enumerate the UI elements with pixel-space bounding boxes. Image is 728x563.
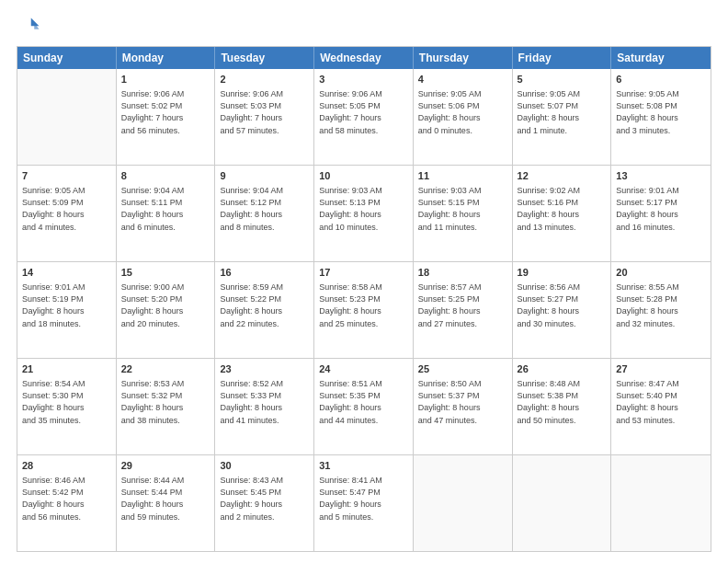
calendar: SundayMondayTuesdayWednesdayThursdayFrid… — [17, 46, 711, 552]
day-number: 5 — [518, 73, 607, 86]
header-day-tuesday: Tuesday — [215, 47, 314, 69]
day-cell-16: 16Sunrise: 8:59 AM Sunset: 5:22 PM Dayli… — [215, 262, 314, 358]
day-number: 1 — [121, 73, 210, 86]
empty-cell — [611, 455, 711, 551]
day-number: 15 — [121, 266, 210, 280]
day-number: 23 — [220, 362, 309, 376]
day-info: Sunrise: 8:50 AM Sunset: 5:37 PM Dayligh… — [418, 378, 507, 426]
day-info: Sunrise: 8:51 AM Sunset: 5:35 PM Dayligh… — [319, 378, 408, 426]
day-number: 18 — [418, 266, 507, 280]
calendar-week-2: 7Sunrise: 9:05 AM Sunset: 5:09 PM Daylig… — [17, 166, 711, 262]
day-number: 26 — [518, 362, 607, 376]
day-cell-17: 17Sunrise: 8:58 AM Sunset: 5:23 PM Dayli… — [314, 262, 414, 358]
day-number: 13 — [616, 169, 706, 183]
day-info: Sunrise: 8:52 AM Sunset: 5:33 PM Dayligh… — [220, 378, 309, 426]
day-info: Sunrise: 9:00 AM Sunset: 5:20 PM Dayligh… — [121, 282, 210, 329]
day-number: 22 — [121, 362, 210, 376]
day-cell-25: 25Sunrise: 8:50 AM Sunset: 5:37 PM Dayli… — [414, 359, 513, 454]
day-info: Sunrise: 9:06 AM Sunset: 5:05 PM Dayligh… — [319, 88, 408, 136]
day-cell-22: 22Sunrise: 8:53 AM Sunset: 5:32 PM Dayli… — [117, 359, 216, 454]
day-info: Sunrise: 9:05 AM Sunset: 5:07 PM Dayligh… — [518, 88, 607, 136]
day-number: 11 — [418, 169, 507, 183]
empty-cell — [17, 69, 117, 165]
day-info: Sunrise: 9:04 AM Sunset: 5:12 PM Dayligh… — [220, 185, 309, 233]
day-cell-2: 2Sunrise: 9:06 AM Sunset: 5:03 PM Daylig… — [215, 69, 314, 165]
header — [17, 15, 711, 40]
calendar-week-4: 21Sunrise: 8:54 AM Sunset: 5:30 PM Dayli… — [17, 359, 711, 455]
page: SundayMondayTuesdayWednesdayThursdayFrid… — [0, 0, 728, 563]
day-number: 20 — [616, 266, 706, 280]
day-cell-9: 9Sunrise: 9:04 AM Sunset: 5:12 PM Daylig… — [215, 166, 314, 261]
day-cell-5: 5Sunrise: 9:05 AM Sunset: 5:07 PM Daylig… — [513, 69, 612, 165]
day-info: Sunrise: 8:43 AM Sunset: 5:45 PM Dayligh… — [220, 475, 309, 523]
day-number: 10 — [319, 169, 408, 183]
day-info: Sunrise: 8:46 AM Sunset: 5:42 PM Dayligh… — [22, 475, 111, 523]
calendar-week-5: 28Sunrise: 8:46 AM Sunset: 5:42 PM Dayli… — [17, 455, 711, 551]
logo-icon — [17, 15, 42, 40]
day-cell-7: 7Sunrise: 9:05 AM Sunset: 5:09 PM Daylig… — [17, 166, 117, 261]
day-cell-15: 15Sunrise: 9:00 AM Sunset: 5:20 PM Dayli… — [117, 262, 216, 358]
day-info: Sunrise: 9:05 AM Sunset: 5:08 PM Dayligh… — [616, 88, 706, 136]
calendar-body: 1Sunrise: 9:06 AM Sunset: 5:02 PM Daylig… — [17, 69, 711, 551]
day-number: 17 — [319, 266, 408, 280]
day-info: Sunrise: 9:03 AM Sunset: 5:13 PM Dayligh… — [319, 185, 408, 233]
day-number: 4 — [418, 73, 507, 86]
day-number: 24 — [319, 362, 408, 376]
day-info: Sunrise: 9:06 AM Sunset: 5:02 PM Dayligh… — [121, 88, 210, 136]
day-cell-10: 10Sunrise: 9:03 AM Sunset: 5:13 PM Dayli… — [314, 166, 414, 261]
day-info: Sunrise: 8:55 AM Sunset: 5:28 PM Dayligh… — [616, 282, 706, 329]
day-cell-11: 11Sunrise: 9:03 AM Sunset: 5:15 PM Dayli… — [414, 166, 513, 261]
day-info: Sunrise: 8:44 AM Sunset: 5:44 PM Dayligh… — [121, 475, 210, 523]
day-cell-8: 8Sunrise: 9:04 AM Sunset: 5:11 PM Daylig… — [117, 166, 216, 261]
day-cell-29: 29Sunrise: 8:44 AM Sunset: 5:44 PM Dayli… — [117, 455, 216, 551]
day-number: 28 — [22, 459, 111, 473]
day-number: 31 — [319, 459, 408, 473]
day-cell-24: 24Sunrise: 8:51 AM Sunset: 5:35 PM Dayli… — [314, 359, 414, 454]
day-number: 27 — [616, 362, 706, 376]
day-number: 14 — [22, 266, 111, 280]
day-info: Sunrise: 8:58 AM Sunset: 5:23 PM Dayligh… — [319, 282, 408, 329]
day-info: Sunrise: 9:05 AM Sunset: 5:09 PM Dayligh… — [22, 185, 111, 233]
day-cell-27: 27Sunrise: 8:47 AM Sunset: 5:40 PM Dayli… — [611, 359, 711, 454]
day-cell-28: 28Sunrise: 8:46 AM Sunset: 5:42 PM Dayli… — [17, 455, 117, 551]
day-number: 2 — [220, 73, 309, 86]
day-info: Sunrise: 8:59 AM Sunset: 5:22 PM Dayligh… — [220, 282, 309, 329]
day-number: 29 — [121, 459, 210, 473]
calendar-week-3: 14Sunrise: 9:01 AM Sunset: 5:19 PM Dayli… — [17, 262, 711, 359]
day-info: Sunrise: 9:02 AM Sunset: 5:16 PM Dayligh… — [518, 185, 607, 233]
day-number: 21 — [22, 362, 111, 376]
day-number: 25 — [418, 362, 507, 376]
logo — [17, 15, 46, 40]
day-info: Sunrise: 8:56 AM Sunset: 5:27 PM Dayligh… — [518, 282, 607, 329]
day-info: Sunrise: 8:53 AM Sunset: 5:32 PM Dayligh… — [121, 378, 210, 426]
day-cell-18: 18Sunrise: 8:57 AM Sunset: 5:25 PM Dayli… — [414, 262, 513, 358]
day-cell-26: 26Sunrise: 8:48 AM Sunset: 5:38 PM Dayli… — [513, 359, 612, 454]
day-info: Sunrise: 8:57 AM Sunset: 5:25 PM Dayligh… — [418, 282, 507, 329]
day-info: Sunrise: 9:01 AM Sunset: 5:19 PM Dayligh… — [22, 282, 111, 329]
day-info: Sunrise: 8:47 AM Sunset: 5:40 PM Dayligh… — [616, 378, 706, 426]
day-cell-1: 1Sunrise: 9:06 AM Sunset: 5:02 PM Daylig… — [117, 69, 216, 165]
day-cell-31: 31Sunrise: 8:41 AM Sunset: 5:47 PM Dayli… — [314, 455, 414, 551]
day-cell-3: 3Sunrise: 9:06 AM Sunset: 5:05 PM Daylig… — [314, 69, 414, 165]
empty-cell — [414, 455, 513, 551]
day-number: 7 — [22, 169, 111, 183]
header-day-monday: Monday — [117, 47, 216, 69]
day-cell-21: 21Sunrise: 8:54 AM Sunset: 5:30 PM Dayli… — [17, 359, 117, 454]
day-info: Sunrise: 9:05 AM Sunset: 5:06 PM Dayligh… — [418, 88, 507, 136]
day-cell-6: 6Sunrise: 9:05 AM Sunset: 5:08 PM Daylig… — [611, 69, 711, 165]
header-day-saturday: Saturday — [611, 47, 711, 69]
day-info: Sunrise: 9:04 AM Sunset: 5:11 PM Dayligh… — [121, 185, 210, 233]
day-number: 3 — [319, 73, 408, 86]
day-number: 9 — [220, 169, 309, 183]
day-cell-14: 14Sunrise: 9:01 AM Sunset: 5:19 PM Dayli… — [17, 262, 117, 358]
calendar-header: SundayMondayTuesdayWednesdayThursdayFrid… — [17, 47, 711, 69]
empty-cell — [513, 455, 612, 551]
header-day-thursday: Thursday — [414, 47, 513, 69]
day-info: Sunrise: 9:01 AM Sunset: 5:17 PM Dayligh… — [616, 185, 706, 233]
day-number: 6 — [616, 73, 706, 86]
day-number: 16 — [220, 266, 309, 280]
day-cell-30: 30Sunrise: 8:43 AM Sunset: 5:45 PM Dayli… — [215, 455, 314, 551]
day-number: 8 — [121, 169, 210, 183]
day-cell-4: 4Sunrise: 9:05 AM Sunset: 5:06 PM Daylig… — [414, 69, 513, 165]
day-info: Sunrise: 9:03 AM Sunset: 5:15 PM Dayligh… — [418, 185, 507, 233]
